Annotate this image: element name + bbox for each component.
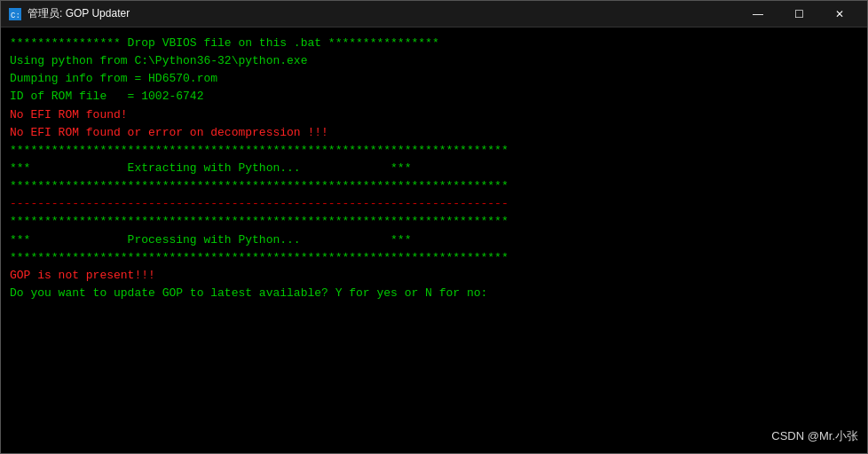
window-title: 管理员: GOP Updater	[28, 6, 738, 21]
terminal-line: No EFI ROM found or error on decompressi…	[10, 124, 858, 142]
terminal-line: *** Processing with Python... ***	[10, 231, 858, 249]
svg-text:C:: C:	[11, 12, 20, 20]
minimize-button[interactable]: —	[738, 1, 778, 27]
terminal-line: ----------------------------------------…	[10, 195, 858, 213]
terminal-output: **************** Drop VBIOS file on this…	[1, 27, 867, 453]
terminal-line: **************** Drop VBIOS file on this…	[10, 35, 858, 52]
titlebar: C: 管理员: GOP Updater — ☐ ✕	[1, 1, 867, 27]
terminal-line: ****************************************…	[10, 177, 858, 195]
terminal-line: No EFI ROM found!	[10, 106, 858, 124]
maximize-button[interactable]: ☐	[778, 1, 819, 27]
watermark: CSDN @Mr.小张	[771, 428, 858, 444]
terminal-line: Using python from C:\Python36-32\python.…	[10, 52, 858, 70]
window: C: 管理员: GOP Updater — ☐ ✕ **************…	[0, 0, 868, 454]
terminal-line: ****************************************…	[10, 142, 858, 160]
terminal-line: Dumping info from = HD6570.rom	[10, 70, 858, 88]
terminal-line: GOP is not present!!!	[10, 267, 858, 285]
terminal-line: ****************************************…	[10, 213, 858, 231]
terminal-icon: C:	[8, 7, 22, 21]
terminal-line: ID of ROM file = 1002-6742	[10, 88, 858, 106]
close-button[interactable]: ✕	[819, 1, 860, 27]
window-controls: — ☐ ✕	[738, 1, 860, 27]
terminal-line: *** Extracting with Python... ***	[10, 160, 858, 177]
terminal-line: ****************************************…	[10, 249, 858, 267]
terminal-line: Do you want to update GOP to latest avai…	[10, 285, 858, 302]
